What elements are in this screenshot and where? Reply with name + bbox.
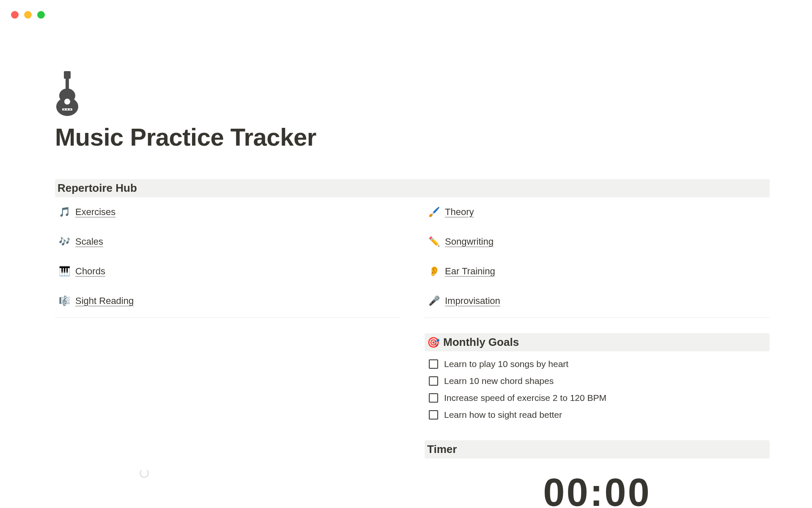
goal-label: Learn to play 10 songs by heart: [444, 359, 568, 369]
svg-point-6: [69, 109, 71, 110]
goals-list: Learn to play 10 songs by heartLearn 10 …: [425, 351, 770, 425]
repertoire-link-improvisation[interactable]: 🎤Improvisation: [425, 286, 770, 316]
goal-checkbox[interactable]: [429, 410, 438, 420]
piano-icon: 🎹: [59, 266, 69, 276]
repertoire-link-label[interactable]: Scales: [75, 236, 103, 247]
page-icon-guitar[interactable]: [55, 71, 770, 117]
repertoire-columns: 🎵Exercises🎶Scales🎹Chords🎼Sight Reading 🖌…: [55, 197, 770, 508]
timer-header: Timer: [425, 440, 770, 458]
monthly-goals-header-text: Monthly Goals: [443, 336, 519, 349]
repertoire-link-ear-training[interactable]: 👂Ear Training: [425, 257, 770, 286]
goal-item: Increase speed of exercise 2 to 120 BPM: [429, 389, 767, 406]
repertoire-link-label[interactable]: Exercises: [75, 207, 115, 218]
repertoire-link-theory[interactable]: 🖌️Theory: [425, 197, 770, 227]
goal-checkbox[interactable]: [429, 393, 438, 403]
goal-label: Learn 10 new chord shapes: [444, 376, 554, 386]
repertoire-link-label[interactable]: Sight Reading: [75, 295, 134, 306]
repertoire-link-label[interactable]: Improvisation: [445, 295, 500, 306]
goal-checkbox[interactable]: [429, 376, 438, 386]
repertoire-hub-header: Repertoire Hub: [55, 179, 770, 197]
goal-checkbox[interactable]: [429, 359, 438, 369]
microphone-icon: 🎤: [429, 296, 439, 306]
goal-item: Learn to play 10 songs by heart: [429, 356, 767, 373]
minimize-window-button[interactable]: [24, 11, 32, 19]
goal-item: Learn how to sight read better: [429, 406, 767, 423]
repertoire-link-scales[interactable]: 🎶Scales: [55, 227, 400, 257]
guitar-icon: [55, 71, 80, 117]
repertoire-link-chords[interactable]: 🎹Chords: [55, 257, 400, 286]
repertoire-link-exercises[interactable]: 🎵Exercises: [55, 197, 400, 227]
goal-item: Learn 10 new chord shapes: [429, 373, 767, 389]
repertoire-link-songwriting[interactable]: ✏️Songwriting: [425, 227, 770, 257]
timer-section: Timer 00:00: [425, 440, 770, 508]
window-controls: [11, 11, 45, 19]
divider: [425, 318, 770, 318]
music-note-icon: 🎵: [59, 207, 69, 217]
close-window-button[interactable]: [11, 11, 19, 19]
timer-display: 00:00: [425, 458, 770, 508]
page-content: Music Practice Tracker Repertoire Hub 🎵E…: [55, 71, 770, 508]
brush-icon: 🖌️: [429, 207, 439, 217]
repertoire-link-sight-reading[interactable]: 🎼Sight Reading: [55, 286, 400, 316]
monthly-goals-section: 🎯 Monthly Goals Learn to play 10 songs b…: [425, 333, 770, 425]
repertoire-link-label[interactable]: Songwriting: [445, 236, 494, 247]
goal-label: Learn how to sight read better: [444, 410, 562, 420]
monthly-goals-header: 🎯 Monthly Goals: [425, 333, 770, 351]
ear-icon: 👂: [429, 266, 439, 276]
loading-spinner-icon: [140, 469, 149, 478]
repertoire-right-column: 🖌️Theory✏️Songwriting👂Ear Training🎤Impro…: [425, 197, 770, 508]
zoom-window-button[interactable]: [37, 11, 45, 19]
svg-rect-7: [66, 77, 69, 96]
musical-score-icon: 🎼: [59, 296, 69, 306]
svg-point-2: [64, 99, 70, 105]
page-title: Music Practice Tracker: [55, 123, 770, 151]
target-icon: 🎯: [427, 337, 440, 348]
svg-point-4: [63, 109, 65, 110]
repertoire-link-label[interactable]: Theory: [445, 207, 474, 218]
goal-label: Increase speed of exercise 2 to 120 BPM: [444, 393, 606, 403]
repertoire-link-label[interactable]: Ear Training: [445, 266, 495, 277]
music-notes-icon: 🎶: [59, 237, 69, 247]
divider: [55, 318, 400, 318]
repertoire-left-column: 🎵Exercises🎶Scales🎹Chords🎼Sight Reading: [55, 197, 400, 508]
repertoire-link-label[interactable]: Chords: [75, 266, 105, 277]
svg-rect-8: [64, 71, 71, 79]
pencil-icon: ✏️: [429, 237, 439, 247]
svg-point-5: [66, 109, 68, 110]
